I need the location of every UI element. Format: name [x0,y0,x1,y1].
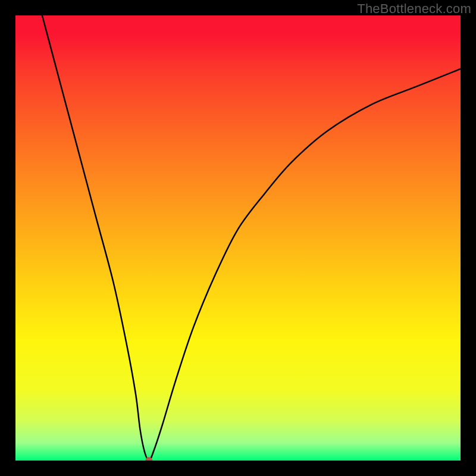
bottleneck-curve [42,15,461,461]
chart-frame: TheBottleneck.com [0,0,476,476]
plot-area [15,15,461,461]
watermark-text: TheBottleneck.com [357,1,471,17]
curve-svg [15,15,461,461]
